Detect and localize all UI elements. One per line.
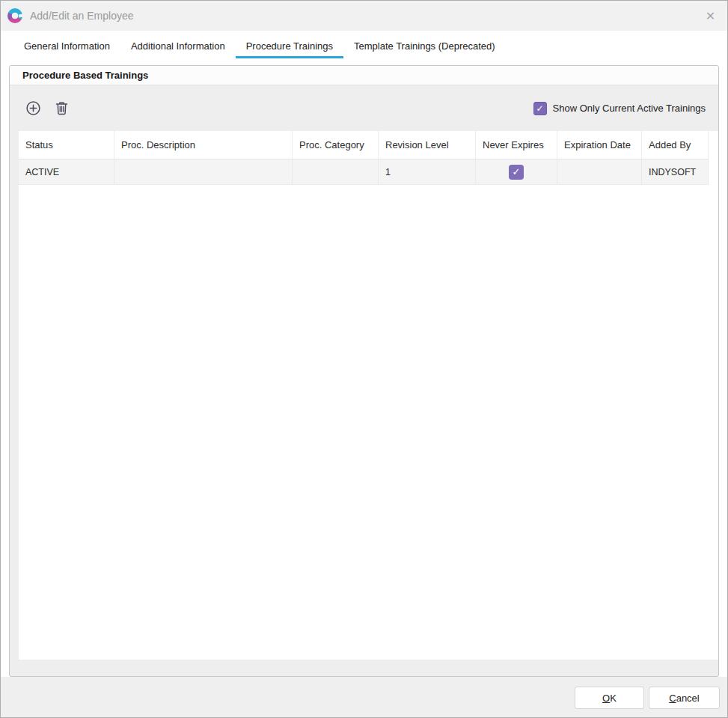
grid: Status Proc. Description Proc. Category … (19, 131, 709, 185)
footer: OK Cancel (1, 677, 727, 717)
cancel-rest: ancel (676, 693, 700, 704)
panel-header: Procedure Based Trainings (10, 66, 718, 85)
grid-header-row: Status Proc. Description Proc. Category … (19, 131, 709, 159)
add-training-button[interactable] (25, 100, 41, 117)
checkbox-label: Show Only Current Active Trainings (553, 103, 706, 114)
tab-label: General Information (24, 40, 110, 52)
tab-procedure-trainings[interactable]: Procedure Trainings (236, 31, 343, 61)
tab-label: Additional Information (131, 40, 225, 52)
column-header-never-expires[interactable]: Never Expires (476, 131, 557, 159)
panel-toolbar: ✓ Show Only Current Active Trainings (10, 85, 718, 131)
column-header-proc-description[interactable]: Proc. Description (114, 131, 293, 159)
tab-template-trainings[interactable]: Template Trainings (Deprecated) (343, 31, 506, 61)
cell-proc-category (293, 159, 379, 185)
column-header-added-by[interactable]: Added By (642, 131, 709, 159)
tab-general-information[interactable]: General Information (13, 31, 120, 61)
cancel-mnemonic: C (669, 693, 676, 704)
cell-never-expires: ✓ (476, 159, 557, 185)
cell-expiration-date (557, 159, 642, 185)
column-header-revision-level[interactable]: Revision Level (379, 131, 476, 159)
trash-icon (55, 100, 69, 116)
tab-label: Procedure Trainings (246, 40, 333, 52)
column-header-proc-category[interactable]: Proc. Category (293, 131, 379, 159)
window-title: Add/Edit an Employee (30, 10, 134, 22)
table-row[interactable]: ACTIVE 1 ✓ INDYSOFT (19, 159, 709, 185)
delete-training-button[interactable] (53, 100, 70, 117)
cell-status: ACTIVE (19, 159, 114, 185)
ok-rest: K (610, 693, 617, 704)
cell-revision-level: 1 (379, 159, 476, 185)
ok-mnemonic: O (602, 693, 610, 704)
tab-additional-information[interactable]: Additional Information (120, 31, 236, 61)
never-expires-checkbox[interactable]: ✓ (509, 165, 524, 180)
add-edit-employee-dialog: Add/Edit an Employee ✕ General Informati… (0, 0, 728, 718)
app-logo-icon (7, 8, 22, 23)
cell-added-by: INDYSOFT (642, 159, 709, 185)
content-area: Procedure Based Trainings (1, 61, 727, 677)
plus-circle-icon (25, 100, 41, 116)
titlebar: Add/Edit an Employee ✕ (1, 1, 727, 31)
column-header-status[interactable]: Status (19, 131, 114, 159)
close-icon[interactable]: ✕ (694, 1, 727, 31)
ok-button[interactable]: OK (575, 687, 644, 709)
cell-proc-description (114, 159, 293, 185)
column-header-expiration-date[interactable]: Expiration Date (557, 131, 642, 159)
tab-label: Template Trainings (Deprecated) (354, 40, 495, 52)
trainings-table: Status Proc. Description Proc. Category … (19, 131, 718, 660)
procedure-trainings-panel: Procedure Based Trainings (9, 65, 719, 677)
show-only-active-checkbox[interactable]: ✓ Show Only Current Active Trainings (533, 102, 706, 115)
tabbar: General Information Additional Informati… (1, 31, 727, 61)
cancel-button[interactable]: Cancel (649, 687, 720, 709)
checkbox-icon: ✓ (533, 102, 547, 115)
panel-title: Procedure Based Trainings (22, 70, 148, 81)
